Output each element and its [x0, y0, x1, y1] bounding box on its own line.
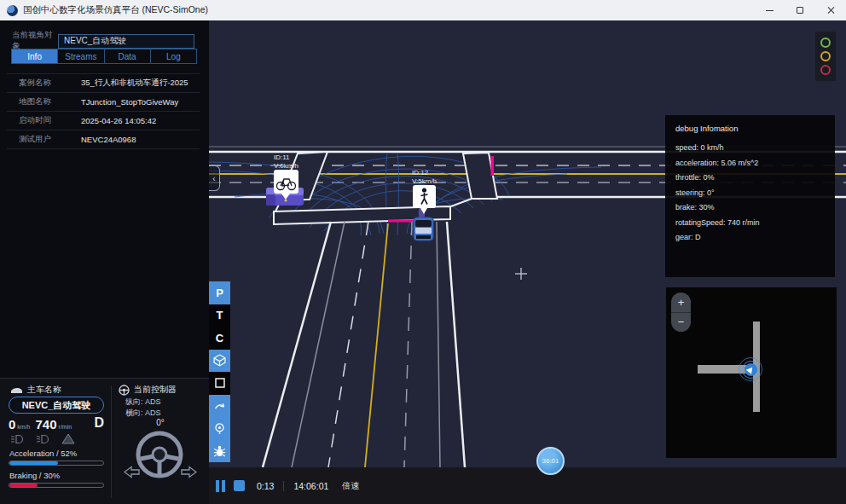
tool-3d-cube-button[interactable]: [209, 350, 230, 373]
actor-speed-label: V:0km/h: [274, 162, 298, 170]
steer-right-arrow-icon: [181, 466, 197, 478]
vertical-road: [263, 222, 465, 467]
actor-id-label: ID:11: [274, 154, 290, 161]
sidebar-tabs: Info Streams Data Log: [11, 49, 197, 64]
tool-debug-button[interactable]: [209, 440, 230, 463]
speed-readout: 0 km/h 740 r/min D: [9, 417, 104, 432]
info-value: NEVC24A0968: [81, 135, 136, 144]
info-row-case: 案例名称 35_行人和非机动车通行-2025: [7, 74, 200, 93]
playback-bar: 0:13 14:06:01 倍速: [209, 467, 846, 504]
ego-vehicle-panel: 主车名称 NEVC_自动驾驶 0 km/h 740 r/min D Accele…: [0, 378, 209, 504]
divider: [283, 481, 284, 491]
chevron-left-icon: ‹: [212, 174, 215, 183]
window-title: 国创中心数字化场景仿真平台 (NEVC-SimOne): [23, 4, 208, 16]
actor-id-label: ID:12: [412, 169, 429, 177]
lowbeam-icon: [10, 434, 25, 444]
info-value: 35_行人和非机动车通行-2025: [81, 78, 188, 89]
highbeam-icon: [36, 434, 50, 444]
minimap-ego-marker: [739, 357, 762, 381]
app-logo-icon: [7, 5, 18, 16]
debug-brake: brake: 30%: [675, 200, 825, 216]
traffic-light-panel: [815, 32, 836, 81]
steer-left-arrow-icon: [124, 466, 140, 478]
close-button[interactable]: [815, 0, 846, 20]
tool-c-button[interactable]: C: [209, 327, 230, 350]
bug-icon: [213, 444, 226, 457]
acceleration-label: Acceleration / 52%: [9, 449, 77, 458]
controller-label: 当前控制器: [134, 384, 177, 396]
debug-throttle: throttle: 0%: [675, 171, 825, 186]
tool-path-button[interactable]: [209, 395, 230, 418]
tool-t-button[interactable]: T: [209, 304, 230, 327]
square-icon: [214, 377, 226, 389]
tab-streams[interactable]: Streams: [57, 49, 103, 63]
traffic-light-yellow-icon: [820, 51, 831, 61]
info-list: 案例名称 35_行人和非机动车通行-2025 地图名称 TJunction_St…: [7, 73, 200, 149]
longitudinal-mode: 纵向: ADS: [125, 397, 161, 408]
steering-wheel-icon: [133, 428, 186, 481]
traffic-light-green-icon: [820, 38, 831, 48]
simulation-viewport[interactable]: ID:11 V:0km/h ID:12 V:5km/h: [209, 20, 846, 467]
info-value: TJunction_StopToGiveWay: [81, 97, 178, 107]
info-row-start-time: 启动时间 2025-04-26 14:05:42: [7, 112, 200, 130]
debug-acceleration: acceleration: 5.06 m/s^2: [675, 156, 825, 171]
pedestrian-marker[interactable]: ID:12 V:5km/h: [412, 169, 437, 214]
tab-info[interactable]: Info: [12, 49, 57, 63]
debug-gear: gear: D: [675, 230, 825, 246]
actor-speed-label: V:5km/h: [412, 177, 437, 185]
controller-icon: [119, 385, 130, 396]
viewport-toolbar: P T C: [209, 281, 230, 462]
tab-data[interactable]: Data: [104, 49, 150, 63]
braking-label: Braking / 30%: [9, 471, 60, 480]
steering-angle-value: 0°: [112, 418, 209, 427]
minimize-icon: [766, 10, 774, 11]
curve-arrow-icon: [213, 400, 226, 412]
minimap-zoom-control: + −: [671, 293, 691, 332]
ego-vehicle[interactable]: [414, 217, 433, 240]
info-row-user: 测试用户 NEVC24A0968: [7, 130, 200, 149]
timer-badge[interactable]: 36:01: [536, 447, 565, 475]
restore-button[interactable]: [785, 0, 815, 20]
debug-panel: debug Infomation speed: 0 km/h accelerat…: [665, 115, 835, 277]
info-row-map: 地图名称 TJunction_StopToGiveWay: [7, 93, 200, 112]
vehicle-name-button[interactable]: NEVC_自动驾驶: [9, 397, 104, 414]
tab-log[interactable]: Log: [150, 49, 196, 63]
speed-value: 0: [9, 417, 15, 432]
info-label: 测试用户: [19, 134, 81, 145]
acceleration-bar: [9, 461, 104, 466]
info-label: 案例名称: [19, 78, 81, 89]
acceleration-bar-fill: [9, 461, 58, 465]
playback-speed-button[interactable]: 倍速: [342, 480, 359, 492]
crosshair-cursor: [515, 268, 527, 280]
clock-time: 14:06:01: [293, 481, 328, 491]
view-target-input[interactable]: [58, 34, 194, 49]
warning-triangle-icon: [61, 433, 75, 444]
timer-badge-label: 36:01: [542, 457, 559, 465]
tool-p-button[interactable]: P: [209, 281, 230, 304]
vehicle-name-label: 主车名称: [27, 384, 61, 396]
debug-speed: speed: 0 km/h: [675, 141, 825, 156]
pause-icon: [216, 480, 219, 492]
braking-bar-fill: [9, 484, 38, 487]
tool-select-region-button[interactable]: [209, 372, 230, 395]
debug-steering: steering: 0°: [675, 186, 825, 201]
debug-rotating-speed: rotatingSpeed: 740 r/min: [675, 216, 825, 231]
location-pin-icon: [213, 422, 226, 435]
sidebar-collapse-button[interactable]: ‹: [209, 165, 220, 191]
zoom-in-button[interactable]: +: [671, 293, 691, 313]
minimap[interactable]: + −: [666, 287, 837, 458]
info-value: 2025-04-26 14:05:42: [81, 116, 156, 125]
stop-button[interactable]: [234, 480, 245, 491]
zoom-out-button[interactable]: −: [671, 313, 691, 333]
cube-icon: [213, 354, 226, 367]
left-sidebar: 当前视角对象 Info Streams Data Log 案例名称 35_行人和…: [0, 20, 209, 378]
pause-button[interactable]: [216, 480, 225, 492]
app-window: 国创中心数字化场景仿真平台 (NEVC-SimOne) 当前视角对象 Info …: [0, 0, 846, 504]
debug-title: debug Infomation: [675, 124, 825, 133]
tool-locate-button[interactable]: [209, 417, 230, 440]
minimize-button[interactable]: [754, 0, 785, 20]
minimap-heading-arrow-icon: [746, 365, 756, 374]
close-icon: [826, 6, 835, 14]
title-bar: 国创中心数字化场景仿真平台 (NEVC-SimOne): [0, 0, 846, 20]
info-label: 地图名称: [19, 96, 81, 107]
